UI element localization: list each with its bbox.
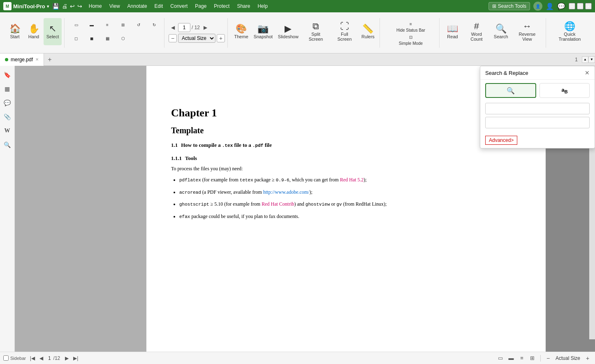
grid-btn[interactable]: ⊞ — [116, 19, 130, 31]
link-redhat52[interactable]: Red Hat 5.2 — [340, 177, 364, 183]
bottom-next-page[interactable]: ▶ — [63, 354, 71, 362]
bottom-last-page[interactable]: ▶| — [72, 354, 80, 362]
bottom-prev-page[interactable]: ◀ — [37, 354, 46, 362]
user-avatar[interactable]: 👤 — [533, 2, 542, 11]
simple-mode-button[interactable]: ⊡ Simple Mode — [384, 34, 438, 45]
pdf-left-margin — [15, 66, 146, 352]
bottom-first-page[interactable]: |◀ — [28, 354, 37, 362]
zoom-minus-button[interactable]: − — [169, 34, 177, 42]
zoom-select[interactable]: Actual Size 50% 75% 100% 125% 150% Fit P… — [178, 34, 215, 43]
replace-tab-button[interactable]: aB — [539, 83, 590, 98]
fit-page-btn[interactable]: ◻ — [69, 32, 83, 44]
theme-button[interactable]: 🎨 Theme — [232, 18, 250, 45]
app-dropdown-icon[interactable]: ▾ — [47, 4, 49, 9]
fit-content-btn[interactable]: ▦ — [100, 32, 115, 44]
close-button[interactable]: ✕ — [585, 3, 592, 9]
page-next-button[interactable]: ▶ — [201, 23, 209, 32]
print-icon[interactable]: 🖨 — [62, 3, 67, 9]
sidebar-bookmark-button[interactable]: 🔖 — [2, 69, 13, 81]
quick-translation-button[interactable]: 🌐 Quick Translation — [550, 18, 589, 45]
search-label: Search — [494, 34, 508, 39]
sidebar-checkbox[interactable] — [3, 355, 9, 361]
sidebar-word-button[interactable]: W — [2, 125, 13, 137]
document-tab[interactable]: merge.pdf ✕ — [0, 53, 44, 66]
menu-home[interactable]: Home — [86, 2, 105, 10]
menu-convert[interactable]: Convert — [167, 2, 191, 10]
minimize-button[interactable]: ─ — [569, 3, 575, 9]
search-tools-button[interactable]: ⊞ Search Tools — [489, 2, 530, 10]
rotate-right-btn[interactable]: ↻ — [147, 19, 162, 31]
undo-icon[interactable]: ↩ — [70, 3, 75, 9]
zoom-plus-button[interactable]: + — [217, 34, 225, 42]
read-button[interactable]: 📖 Read — [444, 18, 462, 45]
replace-text-input[interactable] — [485, 117, 590, 128]
chat-icon[interactable]: 💬 — [557, 2, 565, 10]
sidebar-panel: 🔖 ▦ 💬 📎 W 🔍 — [0, 66, 15, 352]
sidebar-thumbnail-button[interactable]: ▦ — [2, 83, 13, 95]
section-1-num: 1.1 — [171, 142, 178, 148]
reverse-view-button[interactable]: ↔ Reverse View — [511, 18, 543, 45]
list-item-acroread: acroread (a PDF viewer, available from h… — [179, 188, 521, 197]
app-logo[interactable]: M MiniTool·Pro ▾ — [3, 2, 49, 10]
bottom-zoom-plus[interactable]: + — [583, 354, 592, 362]
search-text-input[interactable] — [485, 103, 590, 114]
search-panel-header: Search & Replace ✕ — [480, 66, 595, 80]
maximize-button[interactable]: □ — [577, 3, 583, 9]
menu-page[interactable]: Page — [192, 2, 210, 10]
page-number-input[interactable] — [178, 23, 190, 32]
scroll-btn[interactable]: ≡ — [100, 19, 115, 31]
single-page-btn[interactable]: ▭ — [69, 19, 83, 31]
bottom-zoom-minus[interactable]: − — [544, 354, 552, 362]
redo-icon[interactable]: ↪ — [77, 3, 82, 9]
single-view-button[interactable]: ▭ — [496, 354, 505, 363]
split-screen-button[interactable]: ⧉ Split Screen — [301, 18, 330, 45]
search-tab-button[interactable]: 🔍 — [485, 83, 536, 98]
search-button[interactable]: 🔍 Search — [491, 18, 510, 45]
search-panel-close-button[interactable]: ✕ — [585, 70, 590, 76]
menu-annotate[interactable]: Annotate — [124, 2, 150, 10]
hand-label: Hand — [28, 34, 39, 39]
link-adobe[interactable]: http://www.adobe.com/ — [263, 189, 310, 195]
menu-view[interactable]: View — [106, 2, 123, 10]
hide-status-bar-button[interactable]: ≡ Hide Status Bar — [384, 21, 438, 32]
tab-dot — [5, 58, 8, 61]
menu-protect[interactable]: Protect — [211, 2, 233, 10]
page-prev-button[interactable]: ◀ — [169, 23, 177, 32]
menu-share[interactable]: Share — [234, 2, 253, 10]
word-count-label: Word Count — [465, 32, 489, 42]
sidebar-comment-button[interactable]: 💬 — [2, 97, 13, 109]
read-icon: 📖 — [447, 24, 458, 33]
sidebar-search-button[interactable]: 🔍 — [2, 139, 13, 151]
advanced-link[interactable]: Advanced> — [485, 136, 517, 145]
tab-close-button[interactable]: ✕ — [35, 57, 39, 62]
section-1-heading: 1.1 How to compile a .tex file to a .pdf… — [171, 142, 521, 148]
two-page-btn[interactable]: ▬ — [84, 19, 99, 31]
hand-button[interactable]: ✋ Hand — [25, 18, 43, 45]
add-tab-button[interactable]: + — [44, 54, 56, 65]
save-icon[interactable]: 💾 — [52, 3, 59, 9]
start-button[interactable]: 🏠 Start — [6, 18, 24, 45]
slideshow-button[interactable]: ▶ Slideshow — [276, 18, 301, 45]
replace-tab-icon: aB — [561, 87, 567, 94]
menu-help[interactable]: Help — [254, 2, 271, 10]
double-view-button[interactable]: ▬ — [507, 354, 516, 363]
account-icon[interactable]: 👤 — [546, 2, 554, 10]
snapshot-button[interactable]: 📷 Snapshot — [251, 18, 275, 45]
search-icon: 🔍 — [495, 24, 507, 33]
rotate-left-btn[interactable]: ↺ — [131, 19, 146, 31]
tab-scroll-up[interactable]: ▲ — [582, 56, 588, 63]
menu-edit[interactable]: Edit — [151, 2, 167, 10]
right-bottom: ▭ ▬ ≡ ⊞ − Actual Size + — [496, 354, 592, 363]
full-screen-button[interactable]: ⛶ Full Screen — [331, 18, 358, 45]
link-redhat-contrib[interactable]: Red Hat Contrib — [262, 201, 294, 207]
word-count-button[interactable]: # Word Count — [463, 18, 491, 45]
fit-width-btn[interactable]: ◼ — [84, 32, 99, 44]
sidebar-toggle[interactable]: Sidebar — [3, 355, 26, 361]
reflow-btn[interactable]: ⬡ — [116, 32, 130, 44]
tab-scroll-down[interactable]: ▼ — [588, 56, 595, 63]
select-button[interactable]: ↖ Select — [44, 18, 62, 45]
grid-view-button[interactable]: ⊞ — [528, 354, 537, 363]
scroll-view-button[interactable]: ≡ — [517, 354, 526, 363]
rulers-button[interactable]: 📏 Rulers — [359, 18, 377, 45]
sidebar-attach-button[interactable]: 📎 — [2, 111, 13, 123]
